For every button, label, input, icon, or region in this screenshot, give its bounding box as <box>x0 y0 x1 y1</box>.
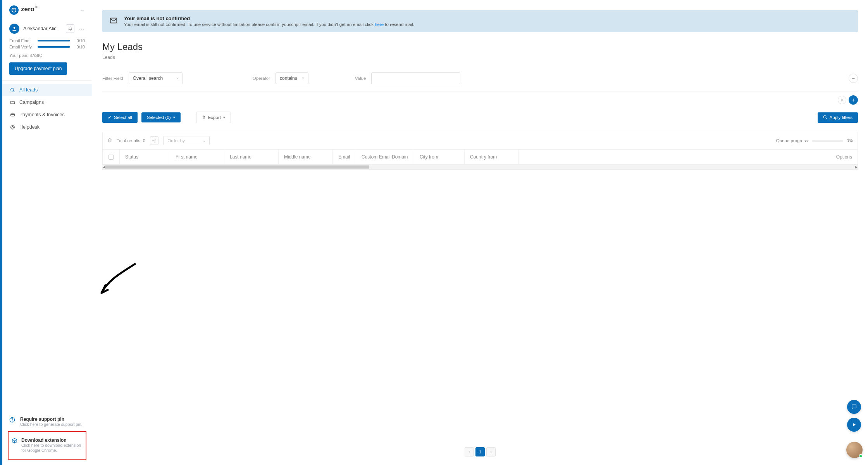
breadcrumb: Leads <box>102 55 858 60</box>
support-pin-item[interactable]: Require support pin Click here to genera… <box>8 413 86 431</box>
filter-value-input[interactable] <box>371 72 460 84</box>
filter-field-select[interactable]: Overall search <box>129 72 183 84</box>
play-fab[interactable] <box>847 418 861 432</box>
scroll-right-icon[interactable]: ▶ <box>855 165 858 169</box>
email-verify-bar <box>38 46 70 48</box>
upgrade-plan-button[interactable]: Upgrade payment plan <box>9 62 67 75</box>
sidebar: zero in ← Aleksandar Alic ⋯ Email Find 0… <box>2 0 92 465</box>
operator-select[interactable]: contains <box>276 72 308 84</box>
col-fname[interactable]: First name <box>170 150 224 164</box>
table-settings-button[interactable] <box>150 136 158 145</box>
user-menu-button[interactable]: ⋯ <box>78 25 85 33</box>
download-sub: Click here to download extension for Goo… <box>21 443 83 453</box>
nav-payments[interactable]: Payments & Invoices <box>2 108 92 121</box>
apply-filters-button[interactable]: Apply filters <box>818 112 858 123</box>
support-avatar[interactable] <box>846 442 863 458</box>
envelope-icon <box>109 16 118 27</box>
queue-progress-bar <box>812 140 843 142</box>
page-prev[interactable]: ‹ <box>465 447 474 456</box>
table-header: Status First name Last name Middle name … <box>103 150 858 165</box>
svg-point-1 <box>14 27 16 29</box>
support-pin-title: Require support pin <box>20 417 83 422</box>
online-indicator-icon <box>859 454 863 458</box>
operator-label: Operator <box>253 76 270 81</box>
page-next[interactable]: › <box>486 447 496 456</box>
svg-point-5 <box>12 126 13 128</box>
download-extension-item[interactable]: Download extension Click here to downloa… <box>10 434 84 456</box>
email-confirm-alert: Your email is not confirmed Your email i… <box>102 10 858 32</box>
brand-sup: in <box>35 5 38 9</box>
alert-body: Your email is still not confirmed. To us… <box>124 22 414 27</box>
check-icon: ✓ <box>108 115 112 120</box>
nav-helpdesk[interactable]: Helpdesk <box>2 121 92 133</box>
download-extension-highlight: Download extension Click here to downloa… <box>8 431 86 460</box>
search-icon <box>9 88 16 93</box>
card-icon <box>9 112 16 117</box>
col-city[interactable]: City from <box>414 150 465 164</box>
horizontal-scrollbar[interactable]: ◀ ▶ <box>103 165 858 169</box>
col-lname[interactable]: Last name <box>224 150 279 164</box>
notifications-button[interactable] <box>66 24 74 33</box>
alert-title: Your email is not confirmed <box>124 16 414 21</box>
chevron-down-icon: ▾ <box>173 115 175 119</box>
user-name: Aleksandar Alic <box>23 26 62 31</box>
email-verify-label: Email Verify <box>9 45 34 49</box>
nav-all-leads[interactable]: All leads <box>2 84 92 96</box>
order-by-select[interactable]: Order by <box>163 136 210 145</box>
queue-label: Queue progress: <box>776 138 809 143</box>
page-title: My Leads <box>102 41 858 52</box>
nav-campaigns[interactable]: Campaigns <box>2 96 92 108</box>
svg-point-7 <box>12 421 12 421</box>
chevron-down-icon: ▾ <box>223 115 225 119</box>
svg-point-2 <box>10 88 14 91</box>
nav-label: Helpdesk <box>19 124 40 130</box>
nav-label: Payments & Invoices <box>19 112 65 117</box>
scrollbar-thumb[interactable] <box>105 165 369 169</box>
col-country[interactable]: Country from <box>465 150 519 164</box>
email-find-value: 0/10 <box>73 38 85 43</box>
email-find-bar <box>38 40 70 41</box>
remove-filter-button[interactable]: ✕ <box>838 96 846 104</box>
svg-point-4 <box>10 125 14 129</box>
search-icon <box>823 115 827 120</box>
leads-table: Total results: 0 Order by Queue progress… <box>102 132 858 170</box>
chat-fab[interactable] <box>847 400 861 414</box>
email-verify-value: 0/10 <box>73 45 85 49</box>
add-filter-button[interactable]: + <box>849 95 858 105</box>
export-button[interactable]: ⇧Export▾ <box>196 112 231 123</box>
svg-rect-3 <box>10 114 14 116</box>
brand-name: zero <box>21 5 34 13</box>
col-mname[interactable]: Middle name <box>279 150 333 164</box>
sidebar-collapse-icon[interactable]: ← <box>79 7 85 13</box>
pagination: ‹ 1 › <box>102 436 858 458</box>
select-all-checkbox[interactable] <box>108 155 114 160</box>
folder-icon <box>9 100 16 105</box>
plan-label: Your plan: BASIC <box>9 53 85 58</box>
select-all-button[interactable]: ✓Select all <box>102 112 138 123</box>
svg-point-10 <box>154 140 155 141</box>
avatar[interactable] <box>9 24 19 34</box>
upload-icon: ⇧ <box>202 115 206 120</box>
total-results: Total results: 0 <box>117 138 145 143</box>
value-label: Value <box>355 76 366 81</box>
logo-icon <box>9 5 19 15</box>
col-ced[interactable]: Custom Email Domain <box>356 150 414 164</box>
question-icon <box>9 417 16 424</box>
lifebuoy-icon <box>9 125 16 130</box>
selected-dropdown[interactable]: Selected (0)▾ <box>141 112 181 122</box>
logo: zero in <box>9 5 38 15</box>
queue-value: 0% <box>846 138 853 143</box>
svg-point-9 <box>823 115 826 118</box>
nav-label: Campaigns <box>19 100 44 105</box>
col-email[interactable]: Email <box>333 150 356 164</box>
filter-field-label: Filter Field <box>102 76 123 81</box>
page-current[interactable]: 1 <box>475 447 485 456</box>
nav-label: All leads <box>19 87 38 93</box>
layers-icon <box>107 138 112 143</box>
col-options: Options <box>519 150 858 164</box>
download-title: Download extension <box>21 437 83 443</box>
support-pin-sub: Click here to generate support pin. <box>20 422 83 427</box>
collapse-filter-button[interactable]: − <box>849 74 858 83</box>
col-status[interactable]: Status <box>120 150 170 164</box>
resend-link[interactable]: here <box>375 22 384 27</box>
